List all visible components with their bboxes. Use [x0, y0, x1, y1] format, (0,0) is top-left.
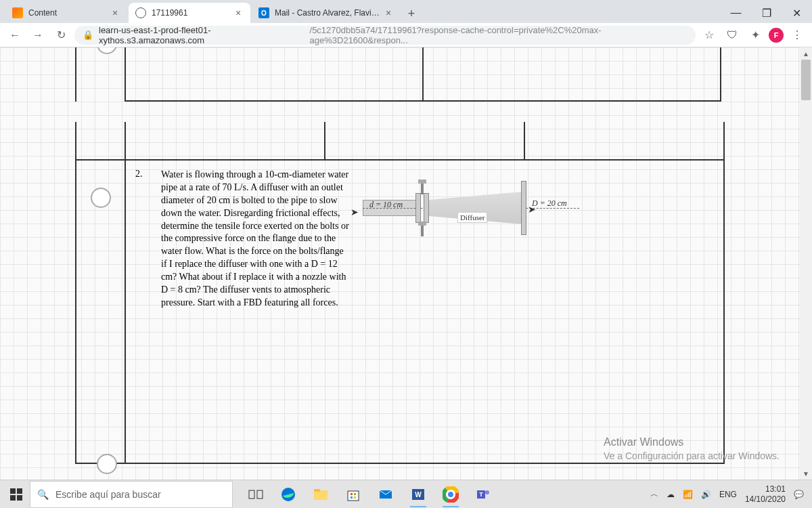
url-input[interactable]: 🔒 learn-us-east-1-prod-fleet01-xythos.s3… — [74, 26, 696, 45]
tray-wifi-icon[interactable]: 📶 — [683, 490, 693, 499]
scroll-thumb[interactable] — [801, 60, 811, 100]
start-button[interactable] — [3, 481, 30, 508]
task-view-icon[interactable] — [241, 481, 271, 508]
bookmark-star-icon[interactable]: ☆ — [700, 26, 719, 45]
svg-point-17 — [448, 492, 453, 497]
tray-chevron-up-icon[interactable]: ︿ — [650, 488, 658, 500]
svg-rect-4 — [314, 489, 320, 492]
svg-rect-3 — [314, 490, 328, 500]
tray-notifications-icon[interactable]: 💬 — [794, 490, 804, 499]
tab-content[interactable]: Content × — [5, 3, 127, 23]
close-icon[interactable]: × — [383, 7, 394, 18]
minimize-button[interactable]: — — [721, 3, 751, 23]
svg-text:T: T — [479, 491, 483, 498]
globe-icon — [135, 7, 146, 18]
word-icon[interactable]: W — [403, 481, 433, 508]
svg-rect-8 — [351, 496, 353, 499]
svg-rect-0 — [249, 490, 254, 499]
svg-rect-5 — [348, 491, 359, 501]
scroll-up-icon[interactable]: ▲ — [800, 47, 812, 60]
watermark-sub: Ve a Configuración para activar Windows. — [604, 450, 780, 462]
taskbar-apps: W T — [241, 481, 498, 508]
tab-label: Mail - Castro Alvarez, Flavio - Ou — [275, 8, 383, 18]
tray-lang[interactable]: ENG — [719, 490, 737, 499]
flow-in-arrow-icon: ➤ — [351, 207, 359, 217]
mail-app-icon[interactable] — [371, 481, 401, 508]
svg-point-20 — [485, 490, 489, 494]
bolt-top-icon — [417, 179, 428, 194]
lock-icon: 🔒 — [83, 30, 93, 40]
tray-clock[interactable]: 13:01 14/10/2020 — [745, 484, 786, 504]
system-tray: ︿ ☁ 📶 🔊 ENG 13:01 14/10/2020 💬 — [650, 484, 809, 504]
svg-rect-1 — [257, 490, 263, 499]
flow-out-arrow-icon: ➤ — [528, 204, 536, 215]
tab-mail[interactable]: O Mail - Castro Alvarez, Flavio - Ou × — [252, 3, 401, 23]
new-tab-button[interactable]: + — [402, 4, 421, 23]
edge-icon[interactable] — [273, 481, 303, 508]
content-icon — [12, 7, 23, 18]
shield-icon[interactable]: 🛡 — [723, 26, 742, 45]
taskbar-search-input[interactable]: 🔍 Escribe aquí para buscar — [30, 481, 233, 508]
forward-button[interactable]: → — [28, 26, 47, 45]
close-icon[interactable]: × — [233, 7, 244, 18]
flange-left — [415, 193, 421, 223]
scroll-down-icon[interactable]: ▼ — [800, 467, 812, 480]
problem-text: Water is flowing through a 10-cm-diamete… — [161, 169, 351, 310]
diffuser-diagram: ➤ d = 10 cm Diffuser D = 20 cm ➤ — [363, 174, 579, 255]
problem-row: 2. Water is flowing through a 10-cm-diam… — [75, 159, 725, 464]
windows-taskbar: 🔍 Escribe aquí para buscar W T ︿ ☁ 📶 🔊 E… — [0, 480, 812, 508]
menu-icon[interactable]: ⋮ — [788, 26, 807, 45]
url-domain: learn-us-east-1-prod-fleet01-xythos.s3.a… — [99, 25, 310, 45]
back-button[interactable]: ← — [5, 26, 24, 45]
bolt-bottom-icon — [417, 221, 428, 236]
maximize-button[interactable]: ❐ — [751, 3, 782, 23]
tray-volume-icon[interactable]: 🔊 — [701, 490, 711, 499]
address-bar: ← → ↻ 🔒 learn-us-east-1-prod-fleet01-xyt… — [0, 23, 812, 47]
svg-rect-7 — [354, 493, 356, 495]
problem-number: 2. — [135, 169, 148, 310]
search-placeholder: Escribe aquí para buscar — [55, 489, 161, 500]
search-icon: 🔍 — [37, 489, 49, 500]
profile-avatar[interactable]: F — [769, 28, 784, 43]
window-close-button[interactable]: ✕ — [782, 3, 812, 23]
teams-icon[interactable]: T — [468, 481, 498, 508]
close-icon[interactable]: × — [110, 7, 120, 18]
tab-17119961[interactable]: 17119961 × — [129, 3, 250, 23]
tab-label: Content — [28, 8, 110, 18]
header-row — [75, 122, 725, 159]
upper-table-row — [75, 47, 725, 102]
outlet-flange — [521, 181, 526, 235]
flange-right — [424, 193, 429, 223]
windows-activation-watermark: Activar Windows Ve a Configuración para … — [604, 436, 780, 462]
radio-circle — [97, 454, 117, 474]
radio-circle — [91, 188, 111, 208]
inlet-diameter-label: d = 10 cm — [369, 200, 403, 210]
url-path: /5c1270dbb5a74/17119961?response-cache-c… — [310, 25, 687, 45]
tray-date: 14/10/2020 — [745, 494, 786, 504]
tray-onedrive-icon[interactable]: ☁ — [667, 490, 675, 499]
svg-text:W: W — [415, 491, 422, 499]
vertical-scrollbar[interactable]: ▲ ▼ — [800, 47, 812, 480]
diffuser-label: Diffuser — [457, 212, 487, 223]
page-viewport[interactable]: 2. Water is flowing through a 10-cm-diam… — [0, 47, 800, 480]
ms-store-icon[interactable] — [338, 481, 368, 508]
window-controls: — ❐ ✕ — [721, 3, 812, 23]
outlet-diameter-label: D = 20 cm — [532, 198, 567, 209]
file-explorer-icon[interactable] — [306, 481, 336, 508]
svg-rect-6 — [351, 493, 353, 495]
reload-button[interactable]: ↻ — [51, 26, 70, 45]
svg-rect-9 — [354, 496, 356, 499]
browser-titlebar: Content × 17119961 × O Mail - Castro Alv… — [0, 0, 812, 23]
watermark-title: Activar Windows — [604, 436, 780, 450]
extensions-icon[interactable]: ✦ — [746, 26, 765, 45]
tab-label: 17119961 — [152, 8, 233, 18]
chrome-icon[interactable] — [436, 481, 466, 508]
outlook-icon: O — [258, 7, 269, 18]
windows-logo-icon — [10, 488, 22, 501]
tray-time: 13:01 — [745, 484, 786, 494]
